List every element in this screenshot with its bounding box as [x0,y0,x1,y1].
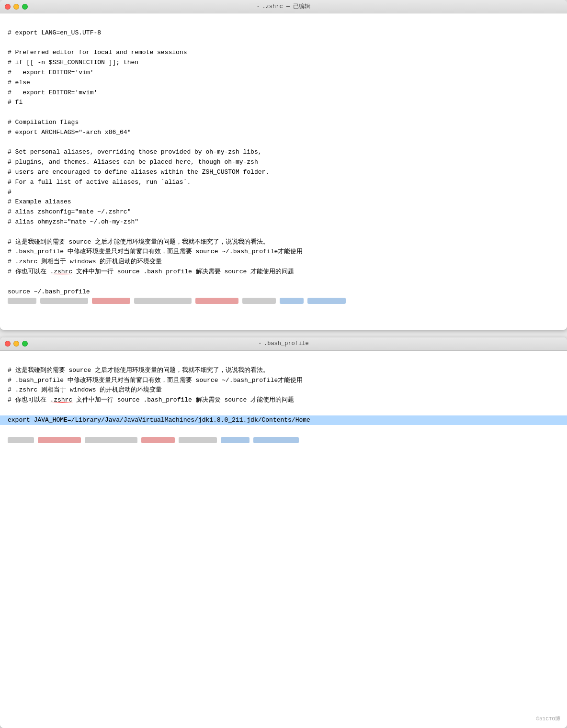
zshrc-dotted-bash: .zshrc [50,396,72,403]
minimize-button-bash[interactable] [13,341,19,347]
window-title-zshrc: ▪ .zshrc — 已编辑 [257,2,310,11]
doc-icon-bash: ▪ [258,341,261,347]
page-container: ▪ .zshrc — 已编辑 # export LANG=en_US.UTF-8… [0,0,567,728]
window-controls-zshrc [5,4,28,10]
window-controls-bash [5,341,28,347]
close-button-bash[interactable] [5,341,11,347]
close-button[interactable] [5,4,11,10]
zshrc-dotted: .zshrc [50,268,72,275]
doc-icon: ▪ [257,4,260,10]
window-title-bash: ▪ .bash_profile [258,340,308,347]
window-zshrc: ▪ .zshrc — 已编辑 # export LANG=en_US.UTF-8… [0,0,567,330]
title-text-bash: .bash_profile [264,340,309,347]
watermark: ©51CTO博 [534,714,562,723]
titlebar-bash: ▪ .bash_profile [0,337,567,351]
titlebar-zshrc: ▪ .zshrc — 已编辑 [0,0,567,13]
highlighted-export-line: export JAVA_HOME=/Library/Java/JavaVirtu… [0,415,567,426]
maximize-button-bash[interactable] [22,341,28,347]
blurred-line-bash [8,436,559,444]
editor-content-zshrc[interactable]: # export LANG=en_US.UTF-8 # Preferred ed… [0,13,567,330]
minimize-button[interactable] [13,4,19,10]
window-bash-profile: ▪ .bash_profile # 这是我碰到的需要 source 之后才能使用… [0,337,567,728]
bash-lines: # 这是我碰到的需要 source 之后才能使用环境变量的问题，我就不细究了，说… [8,367,303,403]
line-1: # export LANG=en_US.UTF-8 # Preferred ed… [8,29,303,295]
editor-content-bash[interactable]: # 这是我碰到的需要 source 之后才能使用环境变量的问题，我就不细究了，说… [0,351,567,728]
title-text-zshrc: .zshrc — 已编辑 [262,2,310,11]
maximize-button[interactable] [22,4,28,10]
blurred-line-1 [8,297,559,305]
